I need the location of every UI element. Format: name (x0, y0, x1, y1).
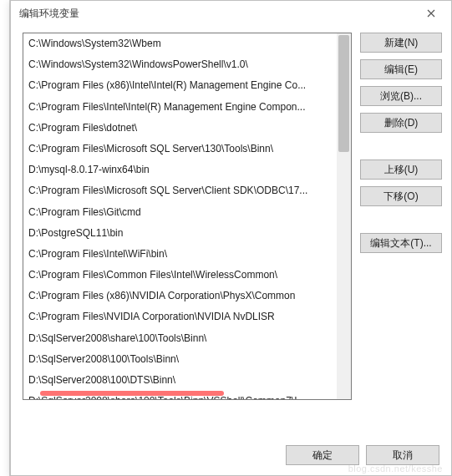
list-item[interactable]: C:\Program Files\Intel\WiFi\bin\ (23, 244, 337, 265)
annotation-underline (40, 391, 224, 396)
list-item[interactable]: D:\PostgreSQL11\bin (23, 223, 337, 244)
watermark-text: blog.csdn.net/kesshe (348, 463, 443, 473)
side-buttons: 新建(N) 编辑(E) 浏览(B)... 删除(D) 上移(U) 下移(O) 编… (360, 33, 442, 400)
titlebar: 编辑环境变量 (11, 1, 451, 26)
list-item[interactable]: C:\Windows\System32\Wbem (23, 33, 337, 54)
edit-env-var-dialog: 编辑环境变量 C:\Windows\System32\WbemC:\Window… (10, 0, 452, 476)
browse-button[interactable]: 浏览(B)... (360, 86, 442, 106)
list-item[interactable]: C:\Program Files\NVIDIA Corporation\NVID… (23, 306, 337, 327)
close-icon (427, 9, 435, 18)
list-item[interactable]: C:\Program Files\dotnet\ (23, 118, 337, 139)
list-item[interactable]: D:\mysql-8.0.17-winx64\bin (23, 160, 337, 180)
close-button[interactable] (418, 3, 444, 23)
delete-button[interactable]: 删除(D) (360, 113, 442, 133)
edit-button[interactable]: 编辑(E) (360, 59, 442, 79)
list-item[interactable]: C:\Program Files\Intel\Intel(R) Manageme… (23, 97, 337, 118)
new-button[interactable]: 新建(N) (360, 33, 442, 53)
list-item[interactable]: D:\SqlServer2008\share\100\Tools\Binn\ (23, 328, 337, 349)
list-item[interactable]: C:\Program Files\Microsoft SQL Server\13… (23, 139, 337, 160)
list-item[interactable]: C:\Program Files (x86)\NVIDIA Corporatio… (23, 286, 337, 306)
list-item[interactable]: D:\SqlServer2008\100\DTS\Binn\ (23, 370, 337, 391)
list-inner: C:\Windows\System32\WbemC:\Windows\Syste… (23, 33, 337, 399)
moveup-button[interactable]: 上移(U) (360, 160, 442, 180)
path-listbox[interactable]: C:\Windows\System32\WbemC:\Windows\Syste… (23, 33, 352, 400)
scrollbar-vertical[interactable] (337, 33, 351, 399)
movedown-button[interactable]: 下移(O) (360, 186, 442, 206)
dialog-body: C:\Windows\System32\WbemC:\Windows\Syste… (11, 26, 451, 400)
list-item[interactable]: C:\Program Files\Microsoft SQL Server\Cl… (23, 180, 337, 201)
dialog-title: 编辑环境变量 (19, 7, 79, 21)
list-item[interactable]: D:\SqlServer2008\100\Tools\Binn\ (23, 349, 337, 370)
cancel-button[interactable]: 取消 (366, 445, 439, 465)
list-item[interactable]: C:\Windows\System32\WindowsPowerShell\v1… (23, 54, 337, 75)
list-item[interactable]: C:\Program Files\Git\cmd (23, 202, 337, 223)
list-item[interactable]: C:\Program Files (x86)\Intel\Intel(R) Ma… (23, 75, 337, 96)
list-item[interactable]: C:\Program Files\Common Files\Intel\Wire… (23, 265, 337, 286)
background-window-strip (0, 0, 10, 476)
dialog-footer: 确定 取消 (286, 445, 439, 465)
scroll-thumb[interactable] (338, 35, 349, 152)
edittext-button[interactable]: 编辑文本(T)... (360, 233, 442, 253)
ok-button[interactable]: 确定 (286, 445, 359, 465)
